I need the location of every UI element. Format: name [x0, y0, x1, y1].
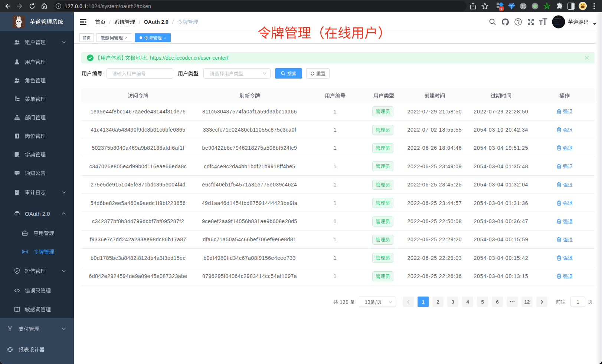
svg-text:9: 9 [500, 7, 502, 11]
